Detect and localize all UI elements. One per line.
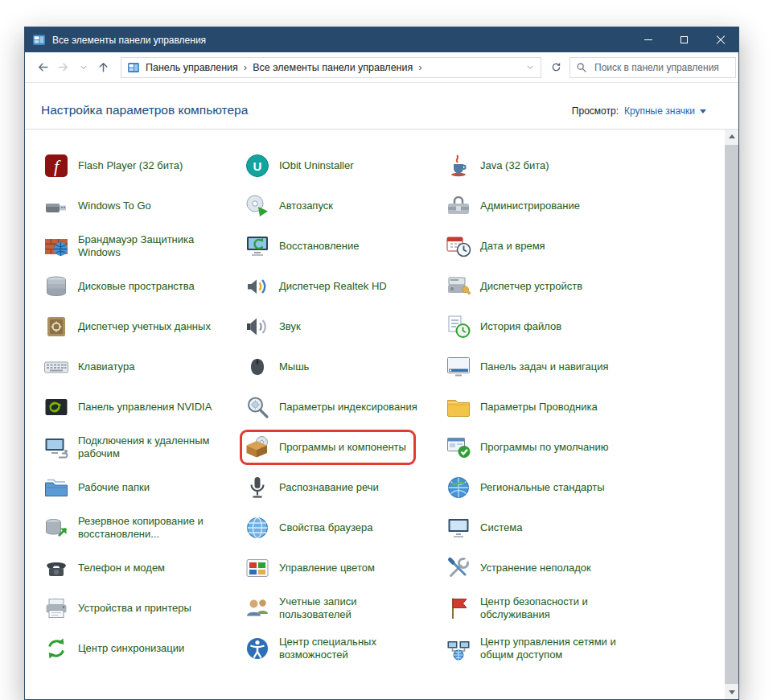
item-label: Центр синхронизации xyxy=(78,642,184,655)
maximize-button[interactable] xyxy=(666,27,702,52)
admin-tools-icon xyxy=(446,193,471,219)
item-label: Брандмауэр Защитника Windows xyxy=(78,233,220,259)
control-panel-item[interactable]: Восстановление xyxy=(240,226,441,266)
java-icon xyxy=(446,153,471,179)
control-panel-item[interactable]: Мышь xyxy=(240,347,441,387)
item-label: Система xyxy=(480,521,522,534)
control-panel-item[interactable]: Резервное копирование и восстановлени... xyxy=(39,508,240,548)
control-panel-item[interactable]: Диспетчер устройств xyxy=(441,266,642,307)
control-panel-item[interactable]: Учетные записи пользователей xyxy=(240,588,441,628)
sound-icon xyxy=(245,314,270,340)
control-panel-item[interactable]: Windows To Go xyxy=(39,186,240,226)
item-label: Рабочие папки xyxy=(78,481,150,494)
control-panel-item[interactable]: Диспетчер учетных данных xyxy=(39,307,240,347)
vertical-scrollbar[interactable] xyxy=(725,130,738,699)
item-label: Flash Player (32 бита) xyxy=(78,159,183,172)
scroll-down-button[interactable] xyxy=(725,686,738,699)
control-panel-item[interactable]: Дата и время xyxy=(441,226,642,266)
refresh-button[interactable] xyxy=(545,57,566,78)
control-panel-item[interactable]: Телефон и модем xyxy=(39,548,240,588)
item-label: Windows To Go xyxy=(78,200,151,212)
control-panel-item[interactable]: Параметры индексирования xyxy=(240,387,441,427)
firewall-icon xyxy=(43,233,69,259)
item-label: Мышь xyxy=(279,360,309,373)
address-dropdown-icon[interactable] xyxy=(526,64,534,72)
item-label: Телефон и модем xyxy=(78,562,165,574)
control-panel-item[interactable]: Звук xyxy=(240,307,441,347)
control-panel-item[interactable]: Распознавание речи xyxy=(240,467,441,508)
control-panel-item[interactable]: Региональные стандарты xyxy=(441,467,642,508)
close-button[interactable] xyxy=(702,27,738,52)
item-label: Управление цветом xyxy=(279,562,375,574)
control-panel-item[interactable]: Подключения к удаленным рабочим xyxy=(39,427,240,467)
forward-button[interactable] xyxy=(53,57,73,78)
search-box[interactable] xyxy=(569,57,736,78)
triangle-down-icon xyxy=(729,690,735,694)
phone-modem-icon xyxy=(43,555,69,581)
control-panel-item[interactable]: Центр синхронизации xyxy=(39,628,240,669)
control-panel-item[interactable]: Центр безопасности и обслуживания xyxy=(441,588,642,628)
control-panel-item[interactable]: Брандмауэр Защитника Windows xyxy=(39,226,240,266)
control-panel-item[interactable]: Клавиатура xyxy=(39,347,240,387)
control-panel-item[interactable]: Управление цветом xyxy=(240,548,441,588)
control-panel-item[interactable]: Центр управления сетями и общим доступом xyxy=(441,628,642,669)
arrow-left-icon xyxy=(36,60,50,74)
backup-restore-icon xyxy=(43,515,69,541)
control-panel-item[interactable]: UIObit Uninstaller xyxy=(240,146,441,186)
iobit-uninstaller-icon: U xyxy=(245,153,270,179)
content-area: fFlash Player (32 бита)UIObit Uninstalle… xyxy=(25,130,738,699)
control-panel-item[interactable]: Администрирование xyxy=(441,186,642,226)
up-button[interactable] xyxy=(93,57,113,78)
item-label: Дата и время xyxy=(480,240,545,253)
scrollbar-thumb[interactable] xyxy=(725,145,738,684)
work-folders-icon xyxy=(43,475,69,500)
control-panel-item[interactable]: Программы по умолчанию xyxy=(441,427,642,467)
item-label: Программы по умолчанию xyxy=(480,441,608,454)
control-panel-item[interactable]: Центр специальных возможностей xyxy=(240,628,441,669)
minimize-button[interactable] xyxy=(630,27,666,52)
view-mode-value: Крупные значки xyxy=(624,105,695,117)
item-label: Региональные стандарты xyxy=(480,481,604,494)
control-panel-item[interactable]: Рабочие папки xyxy=(39,467,240,508)
control-panel-item[interactable]: Программы и компоненты xyxy=(240,427,441,467)
scroll-up-button[interactable] xyxy=(725,130,738,143)
control-panel-item[interactable]: Диспетчер Realtek HD xyxy=(240,266,441,307)
programs-features-icon xyxy=(245,434,270,460)
breadcrumb-separator[interactable]: › xyxy=(240,61,251,73)
arrow-right-icon xyxy=(56,60,70,74)
default-programs-icon xyxy=(446,434,471,460)
chevron-down-icon xyxy=(80,64,88,72)
control-panel-item[interactable]: fFlash Player (32 бита) xyxy=(39,146,240,186)
control-panel-item[interactable]: Устройства и принтеры xyxy=(39,588,240,628)
control-panel-item[interactable]: История файлов xyxy=(441,307,642,347)
view-group: Просмотр: Крупные значки xyxy=(572,105,706,117)
item-label: Учетные записи пользователей xyxy=(279,595,421,621)
breadcrumb-separator[interactable]: › xyxy=(414,61,426,73)
control-panel-items: fFlash Player (32 бита)UIObit Uninstalle… xyxy=(39,146,738,669)
recent-locations-button[interactable] xyxy=(73,57,93,78)
control-panel-item[interactable]: Панель задач и навигация xyxy=(441,347,642,387)
item-label: Диспетчер устройств xyxy=(480,280,582,293)
control-panel-item[interactable]: Параметры Проводника xyxy=(441,387,642,427)
address-bar[interactable]: Панель управления›Все элементы панели уп… xyxy=(121,57,541,78)
breadcrumb-item[interactable]: Все элементы панели управления xyxy=(251,62,414,73)
control-panel-item[interactable]: Дисковые пространства xyxy=(39,266,240,307)
view-mode-dropdown[interactable]: Крупные значки xyxy=(624,105,706,117)
toolbar: Панель управления›Все элементы панели уп… xyxy=(25,52,738,83)
windows-to-go-icon xyxy=(43,193,69,219)
item-label: Свойства браузера xyxy=(279,521,372,534)
window-title: Все элементы панели управления xyxy=(52,35,630,46)
control-panel-item[interactable]: Автозапуск xyxy=(240,186,441,226)
breadcrumb-item[interactable]: Панель управления xyxy=(144,62,240,73)
control-panel-item[interactable]: Свойства браузера xyxy=(240,508,441,548)
back-button[interactable] xyxy=(33,57,53,78)
color-management-icon xyxy=(245,555,270,581)
control-panel-item[interactable]: Устранение неполадок xyxy=(441,548,642,588)
page-title: Настройка параметров компьютера xyxy=(41,103,248,117)
control-panel-item[interactable]: Панель управления NVIDIA xyxy=(39,387,240,427)
search-input[interactable] xyxy=(593,61,730,74)
item-label: Подключения к удаленным рабочим xyxy=(78,434,220,460)
control-panel-item[interactable]: Система xyxy=(441,508,642,548)
arrow-up-icon xyxy=(97,60,110,74)
control-panel-item[interactable]: Java (32 бита) xyxy=(441,146,642,186)
